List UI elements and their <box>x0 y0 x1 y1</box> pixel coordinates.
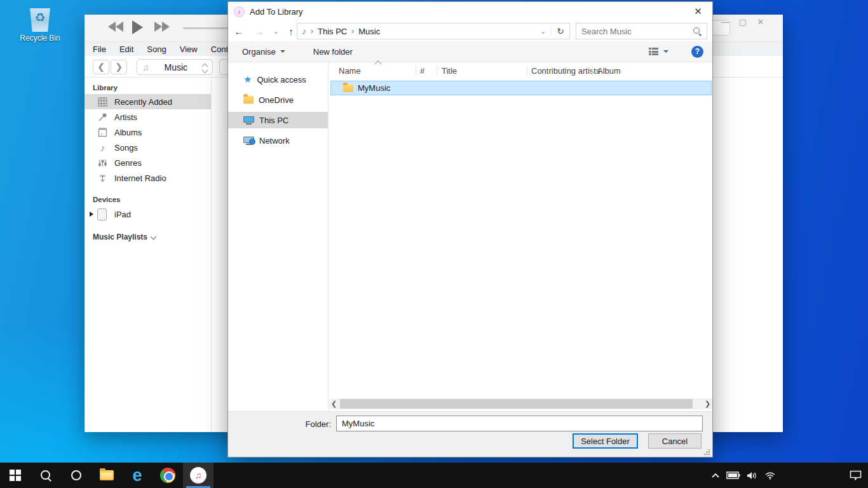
nav-item-quick-access[interactable]: ★ Quick access <box>228 71 328 88</box>
search-input[interactable]: Search Music <box>576 23 707 39</box>
internet-explorer-button[interactable]: e <box>122 463 153 488</box>
library-header: Library <box>93 84 211 92</box>
recent-locations-chevron[interactable]: ⌄ <box>269 27 283 36</box>
cortana-button[interactable] <box>61 463 92 488</box>
nav-item-this-pc[interactable]: This PC <box>228 112 328 128</box>
menu-view[interactable]: View <box>180 44 198 54</box>
ipad-icon <box>97 208 107 220</box>
select-folder-button[interactable]: Select Folder <box>573 433 638 449</box>
dialog-titlebar[interactable]: ♪ Add To Library <box>228 2 712 21</box>
nav-item-label: OneDrive <box>259 95 294 105</box>
breadcrumb-this-pc[interactable]: This PC <box>318 27 347 36</box>
search-icon <box>40 470 51 481</box>
music-note-icon: ♫ <box>142 62 149 72</box>
this-pc-icon <box>243 116 254 125</box>
refresh-icon[interactable]: ↻ <box>551 26 569 36</box>
column-header-number[interactable]: # <box>420 66 424 76</box>
organise-menu-button[interactable]: Organise <box>242 47 285 57</box>
file-row-mymusic[interactable]: MyMusic <box>330 81 712 95</box>
network-icon <box>243 137 254 145</box>
itunes-taskbar-button[interactable]: ♫ <box>183 463 214 488</box>
sidebar-item-albums[interactable]: ♪ Albums <box>85 125 211 140</box>
sidebar-item-recently-added[interactable]: Recently Added <box>85 94 211 109</box>
file-list: Name # Title Contributing artists Album … <box>329 62 712 411</box>
address-dropdown-icon[interactable]: ⌄ <box>535 27 551 36</box>
folder-name-input[interactable]: MyMusic <box>336 416 703 431</box>
sidebar-item-songs[interactable]: ♪ Songs <box>85 140 211 155</box>
cancel-button[interactable]: Cancel <box>648 433 702 449</box>
show-hidden-icons-button[interactable] <box>711 472 720 478</box>
nav-item-label: This PC <box>259 116 288 125</box>
taskbar-search-button[interactable] <box>31 463 61 488</box>
scrollbar-thumb[interactable] <box>340 399 693 409</box>
battery-icon[interactable] <box>726 471 740 479</box>
action-center-icon[interactable] <box>850 470 862 480</box>
maximize-icon[interactable]: ▢ <box>738 17 747 27</box>
sidebar-item-label: Artists <box>114 112 137 122</box>
scroll-left-icon[interactable]: ❮ <box>329 400 339 408</box>
forward-button[interactable]: → <box>250 26 269 37</box>
nav-item-network[interactable]: Network <box>228 132 328 149</box>
itunes-back-button[interactable]: ❮ <box>93 60 109 74</box>
chrome-icon <box>160 468 175 483</box>
column-header-title[interactable]: Title <box>442 66 457 76</box>
quick-access-star-icon: ★ <box>243 74 252 85</box>
itunes-forward-button[interactable]: ❯ <box>111 60 127 74</box>
sidebar-item-artists[interactable]: Artists <box>85 109 211 125</box>
expander-arrow-icon[interactable] <box>90 212 93 217</box>
music-playlists-header[interactable]: Music Playlists <box>93 233 211 241</box>
recycle-bin-shortcut[interactable]: ♻ Recycle Bin <box>19 5 61 43</box>
sidebar-item-internet-radio[interactable]: Internet Radio <box>85 170 211 186</box>
menu-file[interactable]: File <box>93 44 106 54</box>
recycle-bin-label: Recycle Bin <box>19 34 61 43</box>
sidebar-item-label: Genres <box>114 158 142 168</box>
breadcrumb-music[interactable]: Music <box>358 27 380 36</box>
file-explorer-icon <box>100 470 114 480</box>
column-header-name[interactable]: Name <box>339 66 361 76</box>
view-mode-icon[interactable] <box>649 48 659 55</box>
volume-icon[interactable] <box>747 471 758 480</box>
file-explorer-button[interactable] <box>92 463 122 488</box>
scroll-right-icon[interactable]: ❯ <box>703 400 712 408</box>
new-folder-button[interactable]: New folder <box>313 47 353 57</box>
wifi-icon[interactable] <box>764 471 776 480</box>
song-note-icon: ♪ <box>97 142 108 153</box>
dialog-close-button[interactable]: ✕ <box>684 2 712 20</box>
media-type-selector[interactable]: ♫ Music <box>137 59 213 75</box>
back-button[interactable]: ← <box>228 26 250 37</box>
next-track-button[interactable] <box>154 22 170 32</box>
column-header-contributing-artists[interactable]: Contributing artists <box>531 66 600 76</box>
play-button[interactable] <box>132 20 143 34</box>
menu-edit[interactable]: Edit <box>119 44 133 54</box>
taskbar: e ♫ <box>0 463 868 488</box>
sidebar-item-label: Recently Added <box>114 97 172 107</box>
devices-header: Devices <box>93 196 211 203</box>
column-header-album[interactable]: Album <box>597 66 621 76</box>
horizontal-scrollbar[interactable]: ❮ ❯ <box>329 398 712 409</box>
grid-icon <box>97 97 108 107</box>
new-folder-label: New folder <box>313 47 353 57</box>
search-icon[interactable] <box>693 27 702 36</box>
sidebar-item-label: Songs <box>114 143 138 152</box>
dialog-navbar: ← → ⌄ ↑ ♪ › This PC › Music ⌄ ↻ Search M… <box>228 21 712 41</box>
device-label: iPad <box>114 210 131 219</box>
help-icon[interactable]: ? <box>691 46 703 58</box>
minimize-icon[interactable]: — <box>721 17 729 27</box>
genres-icon <box>97 158 108 168</box>
sidebar-item-genres[interactable]: Genres <box>85 155 211 170</box>
nav-item-onedrive[interactable]: OneDrive <box>228 92 328 108</box>
close-icon[interactable]: ✕ <box>756 17 765 27</box>
address-bar[interactable]: ♪ › This PC › Music ⌄ ↻ <box>297 23 570 39</box>
chrome-button[interactable] <box>153 463 183 488</box>
start-button[interactable] <box>0 463 31 488</box>
menu-song[interactable]: Song <box>147 44 166 54</box>
organise-label: Organise <box>242 47 276 57</box>
previous-track-button[interactable] <box>108 22 123 32</box>
windows-logo-icon <box>10 470 21 481</box>
dialog-toolbar: Organise New folder ? <box>228 41 712 62</box>
sidebar-item-ipad[interactable]: iPad <box>85 206 211 222</box>
view-dropdown-icon[interactable] <box>663 50 668 55</box>
itunes-sidebar: Library Recently Added Artists ♪ Albums … <box>85 78 212 432</box>
resize-grip[interactable] <box>704 449 710 455</box>
internet-explorer-icon: e <box>132 469 142 482</box>
